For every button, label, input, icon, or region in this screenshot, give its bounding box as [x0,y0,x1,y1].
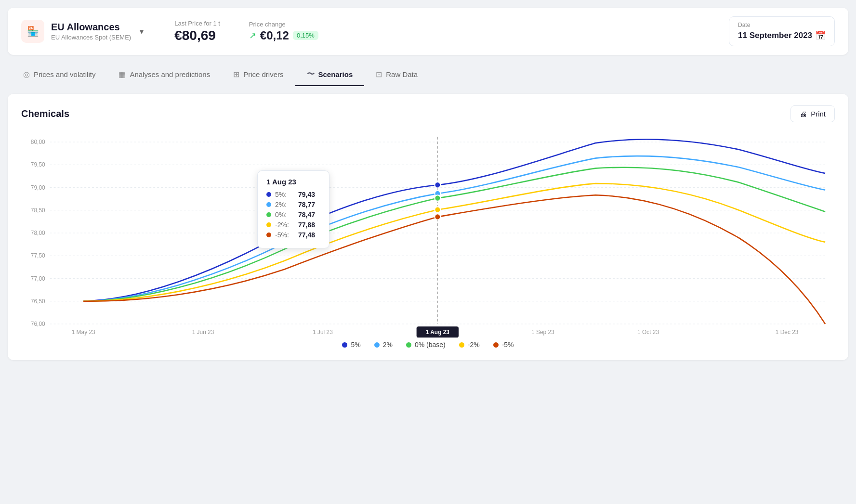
tooltip-row-0: 0%: 78,47 [266,211,320,219]
legend-label-0pct: 0% (base) [415,341,446,349]
tooltip-label-2pct: 2%: [275,201,294,208]
legend-dot-0pct [406,342,411,348]
tooltip-val-neg2pct: 77,88 [298,221,315,229]
tooltip-val-neg5pct: 77,48 [298,231,315,239]
svg-text:79,00: 79,00 [31,184,45,191]
svg-text:79,50: 79,50 [31,161,45,168]
date-value: 11 September 2023 [738,31,812,40]
scenarios-icon: 〜 [307,69,315,79]
raw-data-icon: ⊡ [376,70,382,79]
chart-tooltip: 1 Aug 23 5%: 79,43 2%: 78,77 0%: 78,47 -… [257,170,329,248]
svg-text:78,50: 78,50 [31,207,45,214]
product-subtitle: EU Allowances Spot (SEME) [51,34,131,41]
legend-dot-neg5pct [493,342,499,348]
svg-text:77,00: 77,00 [31,275,45,282]
date-section: Date 11 September 2023 📅 [729,16,835,46]
date-value-row: 11 September 2023 📅 [738,30,826,41]
legend-item-neg5pct: -5% [493,341,514,349]
svg-text:1 Jun 23: 1 Jun 23 [192,329,214,336]
grid-icon: ⊞ [233,70,239,79]
legend-label-2pct: 2% [383,341,393,349]
tooltip-dot-0pct [266,212,271,217]
tab-analyses-predictions[interactable]: ▦ Analyses and predictions [107,64,222,86]
tooltip-row-5: 5%: 79,43 [266,191,320,198]
bar-chart-icon: ▦ [119,70,126,79]
legend-label-neg5pct: -5% [502,341,514,349]
svg-text:77,50: 77,50 [31,252,45,259]
chart-svg: 80,00 79,50 79,00 78,50 78,00 77,50 77,0… [21,132,835,334]
legend-label-5pct: 5% [351,341,360,349]
svg-point-28 [435,195,440,201]
calendar-button[interactable]: 📅 [815,30,826,41]
svg-point-29 [435,207,440,213]
last-price-label: Last Price for 1 t [174,20,220,27]
svg-text:76,50: 76,50 [31,298,45,305]
chart-header: Chemicals 🖨 Print [21,105,835,122]
chart-title: Chemicals [21,108,69,119]
svg-text:1 Sep 23: 1 Sep 23 [531,329,554,336]
legend-dot-2pct [374,342,380,348]
legend-label-neg2pct: -2% [468,341,480,349]
tooltip-label-0pct: 0%: [275,211,294,219]
tooltip-val-5pct: 79,43 [298,191,315,198]
legend-item-5pct: 5% [342,341,360,349]
svg-text:80,00: 80,00 [31,139,45,145]
last-price-value: €80,69 [174,28,220,43]
tooltip-row-neg5: -5%: 77,48 [266,231,320,239]
change-pct-badge: 0,15% [293,31,318,40]
price-change-section: Price change ↗ €0,12 0,15% [249,21,318,42]
price-change-value: ↗ €0,12 0,15% [249,29,318,42]
svg-point-26 [435,182,440,188]
svg-point-30 [435,214,440,220]
legend-dot-5pct [342,342,347,348]
tooltip-dot-neg2pct [266,222,271,227]
tab-price-drivers[interactable]: ⊞ Price drivers [222,64,295,86]
svg-text:1 May 23: 1 May 23 [72,329,95,336]
svg-text:1 Dec 23: 1 Dec 23 [776,329,799,336]
tooltip-label-neg5pct: -5%: [275,231,294,239]
svg-text:1 Aug 23: 1 Aug 23 [426,329,449,336]
change-arrow-icon: ↗ [249,30,256,41]
date-label: Date [738,22,826,28]
legend-item-0pct: 0% (base) [406,341,446,349]
tooltip-dot-2pct [266,202,271,207]
tooltip-dot-neg5pct [266,233,271,237]
tooltip-val-2pct: 78,77 [298,201,315,208]
chart-container: Chemicals 🖨 Print 80,00 79,50 79,00 78,5… [8,94,848,360]
tooltip-label-neg2pct: -2%: [275,221,294,229]
nav-tabs: ◎ Prices and volatility ▦ Analyses and p… [0,57,856,86]
change-amount: €0,12 [260,29,289,42]
legend-item-neg2pct: -2% [459,341,480,349]
price-change-label: Price change [249,21,318,28]
chart-area: 80,00 79,50 79,00 78,50 78,00 77,50 77,0… [21,132,835,334]
svg-text:1 Oct 23: 1 Oct 23 [637,329,659,336]
print-button[interactable]: 🖨 Print [790,105,835,122]
top-bar: 🏪 EU Allowances EU Allowances Spot (SEME… [8,8,848,55]
product-dropdown-button[interactable]: ▾ [138,25,145,38]
chart-legend: 5% 2% 0% (base) -2% -5% [21,341,835,349]
tooltip-dot-5pct [266,192,271,197]
svg-text:1 Jul 23: 1 Jul 23 [313,329,333,336]
last-price-section: Last Price for 1 t €80,69 [174,20,220,43]
dollar-icon: ◎ [23,70,30,79]
tooltip-date: 1 Aug 23 [266,178,320,186]
product-icon: 🏪 [21,20,44,43]
product-name: EU Allowances [51,22,131,33]
printer-icon: 🖨 [800,110,807,118]
legend-item-2pct: 2% [374,341,393,349]
tab-prices-volatility[interactable]: ◎ Prices and volatility [12,64,107,86]
svg-text:76,00: 76,00 [31,321,45,327]
tooltip-val-0pct: 78,47 [298,211,315,219]
legend-dot-neg2pct [459,342,464,348]
svg-text:78,00: 78,00 [31,230,45,236]
tab-scenarios[interactable]: 〜 Scenarios [295,64,365,86]
tab-raw-data[interactable]: ⊡ Raw Data [364,64,429,86]
product-details: EU Allowances EU Allowances Spot (SEME) [51,22,131,41]
tooltip-row-2: 2%: 78,77 [266,201,320,208]
tooltip-row-neg2: -2%: 77,88 [266,221,320,229]
product-info: 🏪 EU Allowances EU Allowances Spot (SEME… [21,20,145,43]
tooltip-label-5pct: 5%: [275,191,294,198]
